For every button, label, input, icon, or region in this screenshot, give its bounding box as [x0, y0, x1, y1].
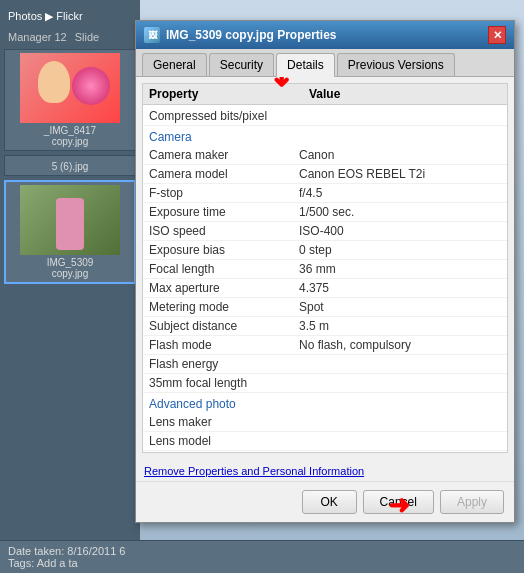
- ok-button[interactable]: OK: [302, 490, 357, 514]
- status-bar: Date taken: 8/16/2011 6 Tags: Add a ta: [0, 540, 524, 573]
- list-item[interactable]: 5 (6).jpg: [4, 155, 136, 176]
- thumbnail-image: [20, 185, 120, 255]
- dialog-title: IMG_5309 copy.jpg Properties: [166, 28, 337, 42]
- table-header: Property Value: [143, 84, 507, 105]
- thumbnail-label: 5 (6).jpg: [52, 161, 89, 172]
- table-row: Camera maker Canon: [143, 146, 507, 165]
- breadcrumb-text: Photos ▶ Flickr: [8, 10, 83, 23]
- dialog-body: Property Value Compressed bits/pixel Cam…: [142, 83, 508, 453]
- thumbnail-label: _IMG_8417copy.jpg: [44, 125, 96, 147]
- table-body[interactable]: Compressed bits/pixel Camera Camera make…: [143, 105, 507, 452]
- table-row: Exposure time 1/500 sec.: [143, 203, 507, 222]
- col-header-property: Property: [149, 87, 309, 101]
- annotation-arrow-bottom: ➜: [388, 490, 410, 521]
- dialog-buttons: OK Cancel Apply: [136, 481, 514, 522]
- table-row: Focal length 36 mm: [143, 260, 507, 279]
- remove-properties-link[interactable]: Remove Properties and Personal Informati…: [144, 465, 364, 477]
- close-button[interactable]: ✕: [488, 26, 506, 44]
- list-item[interactable]: IMG_5309copy.jpg: [4, 180, 136, 284]
- apply-button[interactable]: Apply: [440, 490, 504, 514]
- tab-security[interactable]: Security: [209, 53, 274, 76]
- properties-dialog: 🖼 IMG_5309 copy.jpg Properties ✕ General…: [135, 20, 515, 523]
- table-row: Compressed bits/pixel: [143, 107, 507, 126]
- thumbnail-label: IMG_5309copy.jpg: [47, 257, 94, 279]
- tab-previous-versions[interactable]: Previous Versions: [337, 53, 455, 76]
- table-row: Exposure bias 0 step: [143, 241, 507, 260]
- section-header-camera: Camera: [143, 126, 507, 146]
- table-row: ISO speed ISO-400: [143, 222, 507, 241]
- tab-details[interactable]: Details: [276, 53, 335, 77]
- table-row: Flash energy: [143, 355, 507, 374]
- tabs-bar: General Security Details Previous Versio…: [136, 49, 514, 77]
- table-row: Lens maker: [143, 413, 507, 432]
- tab-general[interactable]: General: [142, 53, 207, 76]
- date-taken-text: Date taken: 8/16/2011 6: [8, 545, 516, 557]
- table-row: Subject distance 3.5 m: [143, 317, 507, 336]
- left-panel: Photos ▶ Flickr Manager 12 Slide _IMG_84…: [0, 0, 140, 573]
- table-row: Lens model: [143, 432, 507, 451]
- dialog-titlebar: 🖼 IMG_5309 copy.jpg Properties ✕: [136, 21, 514, 49]
- table-row: Flash mode No flash, compulsory: [143, 336, 507, 355]
- dialog-icon: 🖼: [144, 27, 160, 43]
- dialog-footer: Remove Properties and Personal Informati…: [136, 459, 514, 481]
- table-row: Metering mode Spot: [143, 298, 507, 317]
- manager-label: Manager 12 Slide: [4, 29, 136, 45]
- thumbnail-image: [20, 53, 120, 123]
- table-row: 35mm focal length: [143, 374, 507, 393]
- tags-text: Tags: Add a ta: [8, 557, 516, 569]
- table-row: F-stop f/4.5: [143, 184, 507, 203]
- table-row: Max aperture 4.375: [143, 279, 507, 298]
- col-header-value: Value: [309, 87, 501, 101]
- section-header-advanced: Advanced photo: [143, 393, 507, 413]
- breadcrumb: Photos ▶ Flickr: [4, 8, 136, 25]
- table-row: Camera model Canon EOS REBEL T2i: [143, 165, 507, 184]
- list-item[interactable]: _IMG_8417copy.jpg: [4, 49, 136, 151]
